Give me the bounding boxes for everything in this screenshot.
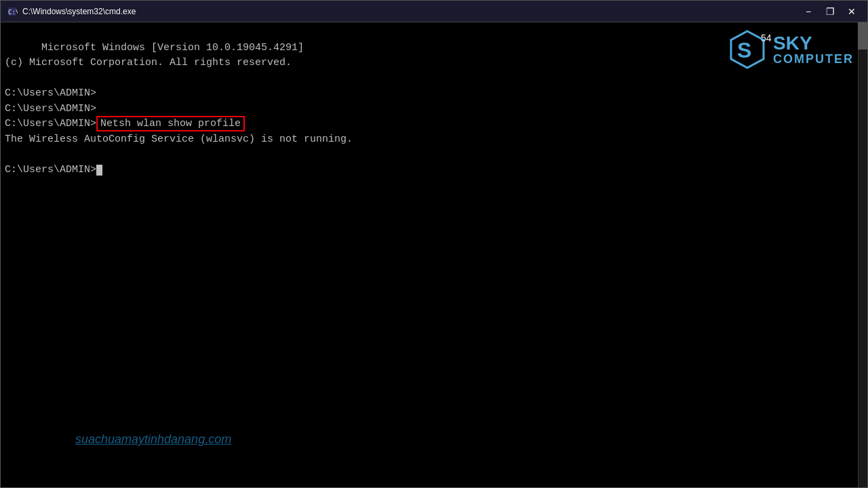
sky-logo-text: 54 SKY COMPUTER [773, 34, 854, 65]
window-controls: − ❐ ✕ [798, 3, 862, 20]
terminal-body[interactable]: Microsoft Windows [Version 10.0.19045.42… [1, 22, 867, 487]
logo-area: S 54 SKY COMPUTER [727, 29, 854, 70]
prompt-2: C:\Users\ADMIN> [5, 103, 96, 115]
sky-label: SKY [773, 33, 812, 54]
title-bar-left: C:\ C:\Windows\system32\cmd.exe [6, 5, 136, 18]
scrollbar-thumb[interactable] [858, 22, 867, 49]
svg-text:S: S [737, 38, 751, 62]
cmd-icon: C:\ [6, 5, 18, 18]
title-bar: C:\ C:\Windows\system32\cmd.exe − ❐ ✕ [1, 1, 867, 22]
error-line: The Wireless AutoConfig Service (wlansvc… [5, 134, 353, 145]
svg-text:C:\: C:\ [8, 9, 18, 16]
minimize-button[interactable]: − [798, 3, 818, 20]
prompt-1: C:\Users\ADMIN> [5, 87, 96, 99]
version-line: Microsoft Windows [Version 10.0.19045.42… [41, 42, 304, 54]
watermark: suachuamaytinh​danang.com [75, 432, 231, 447]
prompt-4: C:\Users\ADMIN> [5, 164, 96, 176]
highlighted-command: Netsh wlan show profile [96, 116, 245, 131]
number-label: 54 [761, 33, 772, 43]
restore-button[interactable]: ❐ [820, 3, 840, 20]
copyright-line: (c) Microsoft Corporation. All rights re… [5, 57, 292, 68]
window-title: C:\Windows\system32\cmd.exe [22, 7, 136, 16]
scrollbar[interactable] [858, 22, 867, 487]
close-button[interactable]: ✕ [842, 3, 862, 20]
computer-label: COMPUTER [773, 53, 854, 65]
cmd-window: C:\ C:\Windows\system32\cmd.exe − ❐ ✕ Mi… [0, 0, 868, 488]
cursor [96, 165, 102, 176]
prompt-3-prefix: C:\Users\ADMIN> [5, 118, 96, 129]
